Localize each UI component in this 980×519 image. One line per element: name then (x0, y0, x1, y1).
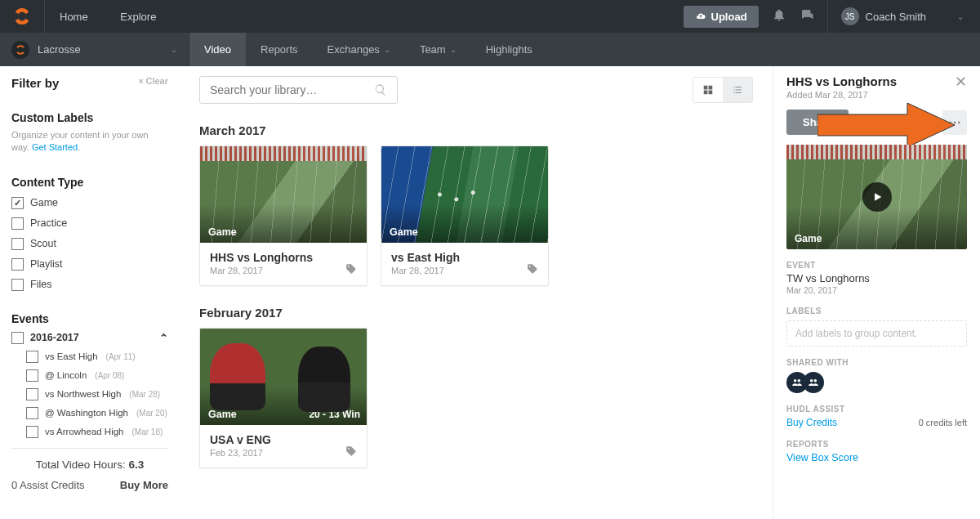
event-item[interactable]: @ Washington High (Mar 20) (26, 407, 168, 419)
event-date: (Apr 08) (95, 371, 124, 380)
video-thumbnail: Game 20 - 13 Win (200, 329, 367, 425)
event-label: @ Washington High (45, 408, 128, 418)
upload-label: Upload (711, 11, 747, 23)
grid-icon (702, 84, 714, 96)
checkbox-icon (26, 426, 38, 438)
video-title: HHS vs Longhorns (210, 251, 357, 264)
event-item[interactable]: vs Arrowhead High (Mar 18) (26, 426, 168, 438)
list-view-button[interactable] (723, 78, 752, 102)
checkbox-icon (11, 217, 24, 230)
video-date: Mar 28, 2017 (391, 266, 538, 275)
content-type-label: Practice (30, 217, 67, 229)
bell-icon[interactable] (772, 7, 786, 26)
sidebar-stats: Total Video Hours: 6.3 0 Assist Credits … (11, 448, 168, 491)
cards-row: Game 20 - 13 Win USA v ENG Feb 23, 2017 (199, 328, 753, 468)
video-card[interactable]: Game vs East High Mar 28, 2017 (381, 145, 549, 286)
cards-row: Game HHS vs Longhorns Mar 28, 2017 Game … (199, 145, 753, 286)
video-title: USA v ENG (210, 433, 357, 446)
assist-credits: 0 Assist Credits (11, 479, 85, 491)
search-icon (374, 83, 387, 96)
month-heading: February 2017 (199, 306, 753, 320)
tabs: Video Reports Exchanges⌄ Team⌄ Highlight… (189, 33, 547, 66)
close-button[interactable]: ✕ (955, 74, 967, 89)
hudl-assist-label: HUDL ASSIST (786, 405, 967, 414)
clear-filters[interactable]: Clear (139, 76, 168, 86)
event-date: (Mar 28) (129, 390, 160, 399)
detail-title: HHS vs Longhorns (786, 74, 897, 88)
reports-label: REPORTS (786, 440, 967, 449)
nav-home[interactable]: Home (60, 11, 88, 23)
team-selector[interactable]: Lacrosse ⌄ (0, 33, 189, 66)
search-row (199, 76, 753, 104)
event-label: vs Arrowhead High (45, 427, 124, 436)
checkbox-icon (11, 258, 24, 271)
grid-view-button[interactable] (693, 78, 723, 102)
upload-button[interactable]: Upload (684, 6, 759, 28)
buy-more-link[interactable]: Buy More (120, 479, 168, 491)
labels-input[interactable]: Add labels to group content. (786, 320, 967, 347)
chevron-down-icon: ⌄ (957, 12, 964, 21)
checkbox-icon (26, 407, 38, 419)
tab-team[interactable]: Team⌄ (405, 33, 471, 66)
video-date: Mar 28, 2017 (210, 266, 357, 275)
video-card[interactable]: Game HHS vs Longhorns Mar 28, 2017 (199, 145, 368, 286)
video-thumbnail: Game (200, 146, 367, 243)
play-icon (862, 182, 892, 212)
content-type-heading: Content Type (11, 176, 168, 189)
view-box-score-link[interactable]: View Box Score (786, 452, 967, 463)
team-logo-icon (11, 41, 29, 59)
video-thumbnail: Game (381, 146, 548, 243)
tag-icon[interactable] (345, 263, 357, 277)
brand-logo[interactable] (0, 0, 45, 33)
content-type-game[interactable]: Game (11, 197, 168, 209)
content-type-practice[interactable]: Practice (11, 217, 168, 230)
subbar: Lacrosse ⌄ Video Reports Exchanges⌄ Team… (0, 33, 980, 66)
share-button[interactable]: Share (786, 110, 849, 135)
checkbox-icon (26, 388, 38, 400)
view-toggle (693, 77, 753, 103)
detail-video-thumbnail[interactable]: Game (786, 145, 967, 249)
content-type-playlist[interactable]: Playlist (11, 258, 168, 271)
tab-video[interactable]: Video (189, 33, 246, 66)
event-item[interactable]: @ Lincoln (Apr 08) (26, 369, 168, 382)
topbar: Home Explore Upload JS Coach Smith ⌄ (0, 0, 980, 33)
filter-heading: Filter by Clear (11, 76, 168, 90)
video-card[interactable]: Game 20 - 13 Win USA v ENG Feb 23, 2017 (199, 328, 368, 468)
more-options-button[interactable]: ⋯ (942, 110, 967, 135)
buy-credits-link[interactable]: Buy Credits (786, 417, 837, 428)
group-icon[interactable] (803, 372, 824, 393)
content-type-label: Scout (30, 238, 56, 249)
content-type-files[interactable]: Files (11, 279, 168, 291)
events-year-toggle[interactable]: 2016-2017 ⌃ (11, 332, 168, 344)
content-type-label: Playlist (30, 258, 63, 270)
chevron-down-icon: ⌄ (171, 45, 177, 54)
tab-exchanges[interactable]: Exchanges⌄ (313, 33, 405, 66)
event-item[interactable]: vs Northwest High (Mar 28) (26, 388, 168, 400)
user-name: Coach Smith (866, 11, 926, 23)
event-date: (Apr 11) (106, 352, 136, 361)
search-input[interactable] (199, 76, 398, 104)
video-badge: Game (208, 226, 237, 238)
shared-with-label: SHARED WITH (786, 358, 967, 367)
event-value: TW vs Longhorns (786, 272, 967, 284)
user-menu[interactable]: JS Coach Smith ⌄ (827, 0, 964, 33)
tag-icon[interactable] (527, 263, 538, 277)
search-field[interactable] (210, 83, 374, 96)
tag-icon[interactable] (345, 445, 357, 459)
labels-label: LABELS (786, 306, 967, 315)
custom-labels-heading: Custom Labels (11, 111, 168, 124)
tab-highlights[interactable]: Highlights (471, 33, 547, 66)
chat-icon[interactable] (800, 7, 814, 26)
tab-reports[interactable]: Reports (246, 33, 313, 66)
content-type-scout[interactable]: Scout (11, 238, 168, 250)
nav-explore[interactable]: Explore (120, 11, 156, 23)
month-heading: March 2017 (199, 123, 753, 137)
event-date: (Mar 18) (132, 427, 163, 436)
chevron-down-icon: ⌄ (384, 45, 390, 54)
checkbox-icon (11, 279, 24, 291)
content-type-label: Game (30, 197, 58, 208)
win-badge: 20 - 13 Win (309, 409, 360, 420)
get-started-link[interactable]: Get Started (32, 142, 78, 152)
event-date: (Mar 20) (136, 409, 167, 418)
event-item[interactable]: vs East High (Apr 11) (26, 351, 168, 363)
